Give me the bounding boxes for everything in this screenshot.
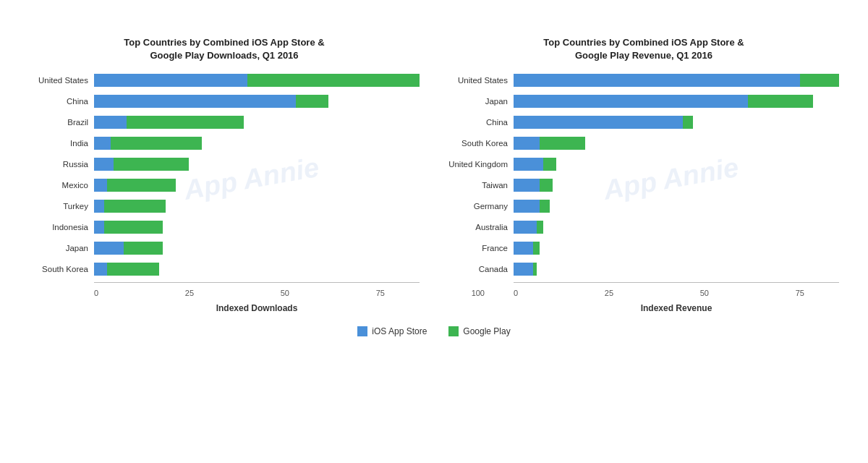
bar-container [94, 74, 420, 87]
bar-container [514, 116, 839, 129]
revenue-x-ticks: 0255075100 [514, 286, 868, 297]
bar-ios [514, 74, 800, 87]
bar-gp [683, 116, 693, 129]
bar-gp [111, 137, 202, 150]
bar-label: United States [448, 76, 514, 85]
x-tick: 25 [185, 289, 194, 297]
bar-ios [94, 200, 104, 213]
legend: iOS App Store Google Play [29, 326, 839, 336]
bar-gp [800, 74, 839, 87]
bar-ios [94, 242, 124, 255]
bar-ios [514, 200, 540, 213]
revenue-chart-title: Top Countries by Combined iOS App Store … [448, 36, 839, 62]
bar-container [514, 137, 839, 150]
x-tick: 75 [796, 289, 804, 297]
bar-gp [247, 74, 420, 87]
bar-gp [748, 95, 813, 108]
bar-ios [514, 137, 540, 150]
bar-container [94, 179, 420, 192]
bar-gp [533, 242, 540, 255]
table-row: South Korea [29, 260, 420, 279]
bar-gp [296, 95, 328, 108]
x-tick: 50 [281, 289, 289, 297]
bar-container [94, 221, 420, 234]
bar-label: India [29, 139, 94, 148]
bar-gp [537, 221, 543, 234]
revenue-x-label: Indexed Revenue [514, 303, 839, 313]
bar-gp [104, 200, 166, 213]
table-row: India [29, 134, 420, 153]
x-tick: 0 [514, 289, 518, 297]
bar-container [94, 158, 420, 171]
bar-container [514, 179, 839, 192]
bar-label: United Kingdom [448, 160, 514, 169]
bar-label: Brazil [29, 118, 94, 127]
bar-container [514, 200, 839, 213]
x-tick: 75 [376, 289, 385, 297]
table-row: China [29, 92, 420, 111]
bar-label: South Korea [29, 265, 94, 273]
bar-ios [94, 179, 107, 192]
bar-label: France [448, 244, 514, 252]
bar-label: United States [29, 76, 94, 85]
bar-gp [540, 179, 553, 192]
bar-label: China [448, 118, 514, 127]
downloads-bars-area: United StatesChinaBrazilIndiaRussiaMexic… [29, 71, 420, 281]
bar-container [94, 137, 420, 150]
bar-container [514, 158, 839, 171]
bar-ios [94, 116, 127, 129]
downloads-chart: Top Countries by Combined iOS App Store … [29, 36, 420, 313]
downloads-chart-title: Top Countries by Combined iOS App Store … [29, 36, 420, 62]
bar-ios [514, 242, 533, 255]
bar-ios [514, 263, 533, 276]
bar-container [94, 95, 420, 108]
bar-container [514, 95, 839, 108]
bar-label: Russia [29, 160, 94, 169]
bar-label: Canada [448, 265, 514, 273]
bar-gp [543, 158, 556, 171]
legend-gp: Google Play [448, 326, 510, 336]
bar-container [514, 242, 839, 255]
table-row: Japan [29, 239, 420, 258]
bar-label: South Korea [448, 139, 514, 148]
bar-container [514, 221, 839, 234]
legend-gp-label: Google Play [463, 326, 510, 336]
table-row: Mexico [29, 176, 420, 195]
table-row: Turkey [29, 197, 420, 216]
bar-ios [514, 221, 537, 234]
bar-label: Australia [448, 223, 514, 232]
revenue-chart: Top Countries by Combined iOS App Store … [448, 36, 839, 313]
bar-ios [94, 221, 104, 234]
bar-label: Mexico [29, 181, 94, 190]
bar-gp [107, 179, 176, 192]
table-row: South Korea [448, 134, 839, 153]
x-tick: 50 [700, 289, 709, 297]
table-row: United Kingdom [448, 155, 839, 174]
table-row: France [448, 239, 839, 258]
bar-label: Taiwan [448, 181, 514, 190]
bar-gp [533, 263, 537, 276]
bar-gp [540, 200, 550, 213]
bar-container [514, 263, 839, 276]
table-row: Taiwan [448, 176, 839, 195]
bar-container [94, 116, 420, 129]
bar-container [94, 242, 420, 255]
table-row: Australia [448, 218, 839, 237]
legend-ios: iOS App Store [357, 326, 427, 336]
table-row: United States [29, 71, 420, 90]
bar-container [94, 200, 420, 213]
bar-ios [94, 74, 247, 87]
bar-gp [104, 221, 163, 234]
bar-gp [114, 158, 189, 171]
bar-ios [514, 179, 540, 192]
bar-label: Japan [448, 97, 514, 106]
charts-container: Top Countries by Combined iOS App Store … [29, 36, 839, 313]
legend-gp-box [448, 326, 459, 336]
revenue-bars-area: United StatesJapanChinaSouth KoreaUnited… [448, 71, 839, 281]
bar-ios [94, 263, 107, 276]
bar-label: Turkey [29, 202, 94, 211]
bar-container [514, 74, 839, 87]
bar-gp [124, 242, 163, 255]
legend-ios-box [357, 326, 367, 336]
bar-gp [107, 263, 159, 276]
